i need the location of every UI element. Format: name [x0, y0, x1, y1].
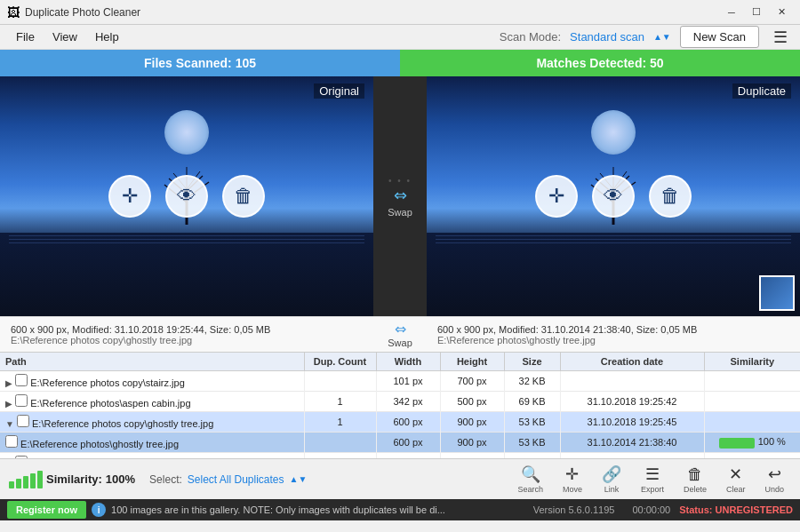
toolbar-right: Scan Mode: Standard scan ▲▼ New Scan ☰ — [500, 26, 793, 49]
view-button-left[interactable]: 👁 — [165, 175, 208, 218]
cell-path: E:\Reference photos\ghostly tree.jpg — [0, 433, 304, 453]
cell-similarity — [704, 412, 800, 433]
swap-divider: • • • ⇔ Swap — [373, 76, 427, 316]
path-text: E:\Reference photos copy\ghostly tree.jp… — [32, 418, 213, 429]
expand-button[interactable]: ▶ — [5, 378, 12, 388]
row-checkbox[interactable] — [15, 374, 28, 386]
matches-detected-count: 50 — [650, 56, 664, 70]
cell-width: 600 px — [376, 433, 440, 453]
cell-dup-count: 1 — [304, 453, 376, 459]
scan-mode-value[interactable]: Standard scan — [570, 30, 644, 44]
swap-info-label[interactable]: Swap — [388, 337, 412, 348]
similarity-bars — [9, 471, 43, 488]
register-button[interactable]: Register now — [7, 501, 86, 519]
moon-decoration-right — [591, 110, 636, 155]
table-header-row: Path Dup. Count Width Height Size Creati… — [0, 353, 800, 371]
delete-button-right[interactable]: 🗑 — [649, 175, 692, 218]
app-title: Duplicate Photo Cleaner — [25, 6, 720, 19]
original-label: Original — [314, 83, 364, 99]
results-table: Path Dup. Count Width Height Size Creati… — [0, 353, 800, 458]
table-row[interactable]: ▶ E:\Reference photos copy\stairz.jpg 10… — [0, 371, 800, 392]
swap-horizontal-icon[interactable]: ⇔ — [395, 321, 406, 337]
link-icon: 🔗 — [602, 465, 621, 484]
col-size-header[interactable]: Size — [504, 353, 560, 371]
new-scan-button[interactable]: New Scan — [680, 26, 759, 48]
zoom-in-button-left[interactable]: ✛ — [108, 175, 151, 218]
move-icon: ✛ — [565, 465, 579, 484]
cell-path: ▶ E:\Reference photos\aspen cabin.jpg — [0, 392, 304, 412]
col-dup-header[interactable]: Dup. Count — [304, 353, 376, 371]
sim-bar-4 — [30, 473, 36, 488]
col-date-header[interactable]: Creation date — [560, 353, 704, 371]
menu-file[interactable]: File — [7, 27, 44, 47]
search-tool-button[interactable]: 🔍 Search — [510, 462, 550, 496]
col-height-header[interactable]: Height — [440, 353, 504, 371]
table-row[interactable]: E:\Reference photos\ghostly tree.jpg 600… — [0, 433, 800, 453]
row-checkbox[interactable] — [15, 394, 28, 407]
col-width-header[interactable]: Width — [376, 353, 440, 371]
app-icon: 🖼 — [7, 5, 20, 20]
matches-detected-stat: Matches Detected: 50 — [400, 50, 800, 76]
cell-dup-count — [304, 433, 376, 453]
water-reflection — [0, 233, 373, 317]
cell-dup-count: 1 — [304, 392, 376, 412]
zoom-in-button-right[interactable]: ✛ — [535, 175, 578, 218]
swap-label[interactable]: Swap — [388, 207, 412, 218]
clear-tool-button[interactable]: ✕ Clear — [719, 462, 753, 496]
clear-label: Clear — [726, 485, 746, 494]
menubar: File View Help Scan Mode: Standard scan … — [0, 25, 800, 50]
scan-mode-arrow-icon[interactable]: ▲▼ — [653, 32, 671, 42]
sim-bar-3 — [23, 476, 28, 488]
link-tool-button[interactable]: 🔗 Link — [595, 462, 628, 496]
col-path-header[interactable]: Path — [0, 353, 304, 371]
cell-dup-count: 1 — [304, 412, 376, 433]
sim-bar-1 — [9, 481, 14, 488]
search-icon: 🔍 — [521, 465, 540, 484]
stats-bar: Files Scanned: 105 Matches Detected: 50 — [0, 50, 800, 76]
cell-height: 760 px — [440, 453, 504, 459]
undo-tool-button[interactable]: ↩ Undo — [757, 462, 791, 496]
col-similarity-header[interactable]: Similarity — [704, 353, 800, 371]
cell-height: 900 px — [440, 412, 504, 433]
maximize-button[interactable]: ☐ — [745, 4, 768, 21]
export-tool-button[interactable]: ☰ Export — [634, 462, 671, 496]
expand-button[interactable]: ▼ — [5, 419, 14, 429]
hamburger-menu-button[interactable]: ☰ — [768, 26, 793, 49]
undo-label: Undo — [764, 485, 784, 494]
link-label: Link — [604, 485, 620, 494]
move-tool-button[interactable]: ✛ Move — [556, 462, 589, 496]
delete-button-left[interactable]: 🗑 — [222, 175, 265, 218]
table-row[interactable]: ▶ E:\Reference photos copy\sunset poppie… — [0, 453, 800, 459]
select-label: Select: — [149, 473, 182, 486]
cell-width: 342 px — [376, 392, 440, 412]
cell-size: 32 KB — [504, 371, 560, 392]
table-row[interactable]: ▼ E:\Reference photos copy\ghostly tree.… — [0, 412, 800, 433]
path-text: E:\Reference photos\aspen cabin.jpg — [30, 398, 190, 409]
original-image-panel: Original ✛ 👁 🗑 — [0, 76, 373, 316]
close-button[interactable]: ✕ — [770, 4, 793, 21]
menu-view[interactable]: View — [44, 27, 86, 47]
view-button-right[interactable]: 👁 — [592, 175, 635, 218]
move-label: Move — [563, 485, 582, 494]
row-checkbox[interactable] — [15, 456, 28, 458]
select-dropdown-arrow-icon[interactable]: ▲▼ — [290, 474, 308, 484]
image-comparison-area: Original ✛ 👁 🗑 • • • ⇔ Swap — [0, 76, 800, 316]
cell-width: 580 px — [376, 453, 440, 459]
table-row[interactable]: ▶ E:\Reference photos\aspen cabin.jpg 1 … — [0, 392, 800, 412]
cell-height: 700 px — [440, 371, 504, 392]
swap-arrow-icon[interactable]: ⇔ — [394, 186, 407, 205]
row-checkbox[interactable] — [17, 415, 29, 427]
expand-button[interactable]: ▶ — [5, 399, 12, 409]
row-checkbox[interactable] — [5, 435, 18, 448]
path-text: E:\Reference photos\ghostly tree.jpg — [20, 439, 179, 449]
duplicate-label: Duplicate — [732, 83, 791, 99]
minimize-button[interactable]: ─ — [720, 4, 743, 21]
files-scanned-stat: Files Scanned: 105 — [0, 50, 400, 76]
status-message: 100 images are in this gallery. NOTE: On… — [111, 504, 524, 515]
select-value-dropdown[interactable]: Select All Duplicates — [188, 473, 284, 486]
bottom-toolbar: Similarity: 100% Select: Select All Dupl… — [0, 458, 800, 499]
cell-similarity: 100 % — [704, 433, 800, 453]
delete-tool-button[interactable]: 🗑 Delete — [676, 463, 714, 496]
cell-height: 500 px — [440, 392, 504, 412]
menu-help[interactable]: Help — [86, 27, 128, 47]
